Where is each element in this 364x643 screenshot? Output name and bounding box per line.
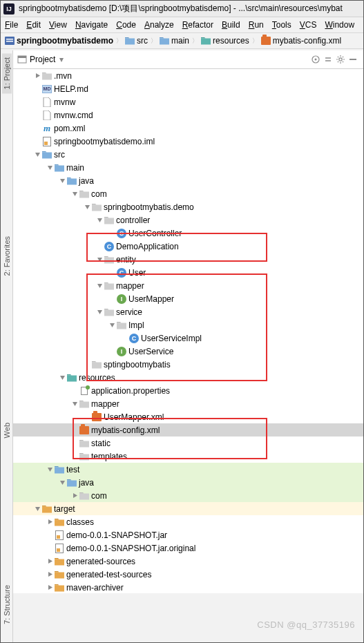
tree-node[interactable]: springbootmybatisdemo.iml (13, 135, 363, 148)
expand-arrow-icon[interactable] (95, 309, 104, 315)
tree-node[interactable]: test (13, 463, 363, 476)
tree-node[interactable]: mapper (13, 397, 363, 410)
tree-node[interactable]: IUserMapper (13, 292, 363, 305)
tree-node[interactable]: src (13, 148, 363, 161)
menu-run[interactable]: Run (245, 19, 268, 31)
menu-navigate[interactable]: Navigate (71, 19, 112, 31)
tree-node[interactable]: IUserService (13, 345, 363, 358)
tree-node[interactable]: java (13, 174, 363, 187)
menu-window[interactable]: Window (320, 19, 358, 31)
expand-arrow-icon[interactable] (45, 558, 55, 564)
tree-node-label: mvnw (54, 97, 75, 107)
tree-node[interactable]: com (13, 489, 363, 502)
tree-node[interactable]: controller (13, 213, 363, 227)
expand-arrow-icon[interactable] (45, 571, 55, 577)
folder-blue-icon (55, 465, 64, 474)
gear-icon[interactable] (334, 53, 347, 66)
tree-node[interactable]: springbootmybatis.demo (13, 200, 363, 213)
tree-node-label: test (66, 465, 79, 474)
expand-arrow-icon[interactable] (107, 322, 117, 328)
expand-arrow-icon[interactable] (70, 401, 79, 407)
expand-arrow-icon[interactable] (45, 466, 55, 472)
expand-arrow-icon[interactable] (45, 519, 55, 525)
tree-node[interactable]: CUserController (13, 227, 363, 240)
tree-node[interactable]: com (13, 187, 363, 200)
menu-vcs[interactable]: VCS (296, 19, 321, 31)
expand-arrow-icon[interactable] (70, 191, 79, 197)
toolwindow-tab-structure[interactable]: 7: Structure (2, 581, 12, 628)
tree-node[interactable]: maven-archiver (13, 581, 363, 593)
tree-node[interactable]: generated-sources (13, 555, 363, 568)
menu-edit[interactable]: Edit (22, 19, 45, 31)
hide-icon[interactable] (347, 53, 359, 66)
breadcrumb-label: main (171, 36, 189, 46)
menu-code[interactable]: Code (112, 19, 140, 31)
menu-refactor[interactable]: Refactor (178, 19, 218, 31)
expand-arrow-icon[interactable] (57, 177, 67, 184)
expand-arrow-icon[interactable] (45, 584, 55, 591)
breadcrumb-item[interactable]: springbootmybatisdemo (5, 36, 113, 46)
tree-node[interactable]: sptingbootmybatis (13, 358, 363, 371)
expand-arrow-icon[interactable] (57, 479, 67, 486)
project-view-selector[interactable]: Project ▾ (17, 55, 64, 64)
expand-arrow-icon[interactable] (70, 492, 79, 499)
tree-node-label: target (54, 504, 75, 514)
tree-node[interactable]: service (13, 305, 363, 318)
tree-node[interactable]: templates (13, 450, 363, 463)
breadcrumb-item[interactable]: src (125, 36, 148, 46)
expand-arrow-icon[interactable] (45, 164, 55, 171)
tree-node-label: maven-archiver (66, 583, 124, 593)
tree-node[interactable]: UserMapper.xml (13, 410, 363, 423)
folder-gray-icon (117, 320, 126, 330)
tree-node[interactable]: mvnw.cmd (13, 108, 363, 122)
tree-node[interactable]: Impl (13, 318, 363, 332)
expand-arrow-icon[interactable] (95, 256, 104, 262)
expand-arrow-icon[interactable] (32, 73, 42, 79)
expand-arrow-icon[interactable] (82, 204, 92, 210)
tree-node[interactable]: entity (13, 253, 363, 266)
tree-node[interactable]: CUser (13, 266, 363, 279)
tree-node[interactable]: .mvn (13, 69, 363, 82)
tree-node[interactable]: application.properties (13, 384, 363, 397)
tree-node[interactable]: resources (13, 371, 363, 384)
expand-arrow-icon[interactable] (95, 217, 104, 223)
tree-node[interactable]: classes (13, 515, 363, 528)
tree-node[interactable]: target (13, 502, 363, 515)
tree-node[interactable]: CDemoApplication (13, 240, 363, 253)
expand-arrow-icon[interactable] (57, 374, 67, 381)
tree-node[interactable]: demo-0.0.1-SNAPSHOT.jar.original (13, 541, 363, 555)
menu-analyze[interactable]: Analyze (140, 19, 178, 31)
tree-node[interactable]: generated-test-sources (13, 568, 363, 581)
tree-node[interactable]: mybatis-config.xml (13, 423, 363, 436)
tree-node[interactable]: CUserServiceImpl (13, 332, 363, 345)
collapse-all-icon[interactable] (322, 53, 334, 66)
folder-gray-icon (92, 360, 102, 370)
navigation-bar[interactable]: springbootmybatisdemo〉src〉main〉resources… (1, 33, 363, 49)
tree-node[interactable]: static (13, 436, 363, 450)
menu-tools[interactable]: Tools (268, 19, 296, 31)
expand-arrow-icon[interactable] (95, 282, 104, 289)
tree-node-label: generated-sources (66, 557, 135, 566)
tree-node[interactable]: mapper (13, 279, 363, 292)
tree-node[interactable]: mpom.xml (13, 122, 363, 135)
expand-arrow-icon[interactable] (32, 151, 42, 157)
tree-node-label: UserMapper (128, 294, 174, 304)
toolwindow-tab-favorites[interactable]: 2: Favorites (2, 232, 12, 280)
tree-node[interactable]: MDHELP.md (13, 82, 363, 95)
breadcrumb-item[interactable]: mybatis-config.xml (261, 36, 341, 46)
tree-node[interactable]: main (13, 161, 363, 174)
tree-node-label: UserServiceImpl (141, 334, 202, 343)
tree-node[interactable]: mvnw (13, 95, 363, 108)
menu-build[interactable]: Build (218, 19, 245, 31)
project-tree[interactable]: .mvnMDHELP.mdmvnwmvnw.cmdmpom.xmlspringb… (13, 69, 363, 593)
menu-file[interactable]: File (1, 19, 22, 31)
breadcrumb-item[interactable]: resources (201, 36, 249, 46)
tree-node[interactable]: java (13, 476, 363, 489)
scroll-from-source-icon[interactable] (309, 53, 322, 66)
menu-view[interactable]: View (45, 19, 71, 31)
toolwindow-tab-web[interactable]: Web (2, 419, 12, 442)
breadcrumb-item[interactable]: main (160, 36, 189, 46)
tree-node[interactable]: demo-0.0.1-SNAPSHOT.jar (13, 528, 363, 541)
toolwindow-tab-project[interactable]: 1: Project (2, 53, 12, 93)
expand-arrow-icon[interactable] (32, 506, 42, 512)
